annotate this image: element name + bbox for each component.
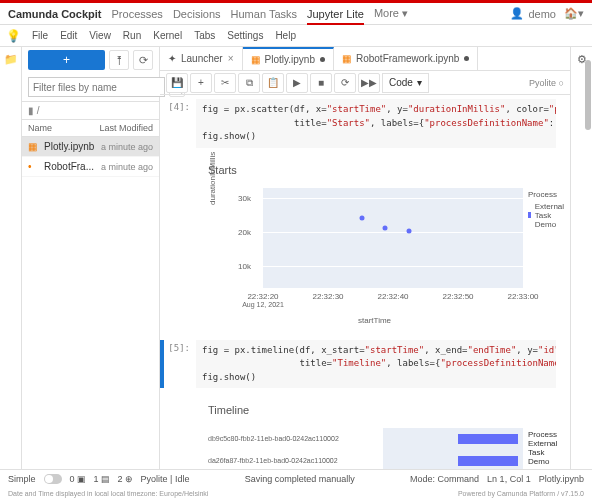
chart-title: Starts: [208, 164, 546, 176]
home-icon[interactable]: 🏠▾: [564, 7, 584, 20]
y-tick: 20k: [238, 227, 251, 236]
notebook-toolbar: 💾 + ✂ ⧉ 📋 ▶ ■ ⟳ ▶▶ Code ▾ Pyolite ○: [160, 71, 570, 95]
chart-legend[interactable]: Process External Task Demo: [528, 190, 567, 229]
file-row[interactable]: • RobotFra... a minute ago: [22, 157, 159, 177]
run-all-button[interactable]: ▶▶: [358, 73, 380, 93]
kernels-count[interactable]: 1 ▤: [94, 474, 110, 484]
folder-icon[interactable]: 📁: [4, 53, 18, 66]
refresh-icon[interactable]: ⟳: [133, 50, 153, 70]
cell-prompt: [5]:: [164, 340, 196, 389]
app-header: Camunda Cockpit Processes Decisions Huma…: [0, 3, 592, 25]
menu-settings[interactable]: Settings: [222, 28, 268, 43]
breadcrumb[interactable]: ▮ /: [22, 102, 159, 120]
user-menu[interactable]: 👤 demo: [510, 7, 556, 20]
data-point[interactable]: [406, 228, 411, 233]
editor-mode[interactable]: Mode: Command: [410, 474, 479, 484]
status-bar: Simple 0 ▣ 1 ▤ 2 ⊕ Pyolite | Idle Saving…: [0, 469, 592, 487]
dirty-dot-icon: [464, 56, 469, 61]
tab-label: RobotFramework.ipynb: [356, 53, 459, 64]
filter-input[interactable]: [28, 77, 165, 97]
celltype-select[interactable]: Code ▾: [382, 73, 429, 93]
main-area: ✦ Launcher × ▦ Plotly.ipynb ▦ RobotFrame…: [160, 47, 570, 477]
active-file: Plotly.ipynb: [539, 474, 584, 484]
y-tick: 10k: [238, 261, 251, 270]
kernel-status[interactable]: Pyolite | Idle: [141, 474, 190, 484]
close-icon[interactable]: ×: [228, 53, 234, 64]
file-row[interactable]: ▦ Plotly.ipynb a minute ago: [22, 137, 159, 157]
tab-launcher[interactable]: ✦ Launcher ×: [160, 47, 243, 70]
launcher-icon: ✦: [168, 53, 176, 64]
menu-run[interactable]: Run: [118, 28, 146, 43]
kernel-indicator[interactable]: Pyolite ○: [529, 78, 564, 88]
nav-jupyter-lite[interactable]: Jupyter Lite: [307, 8, 364, 20]
kernel-label: Pyolite: [529, 78, 556, 88]
menu-file[interactable]: File: [27, 28, 53, 43]
tab-plotly[interactable]: ▦ Plotly.ipynb: [243, 47, 334, 70]
menu-bar: 💡 File Edit View Run Kernel Tabs Setting…: [0, 25, 592, 47]
status-message: Saving completed manually: [197, 474, 402, 484]
add-cell-button[interactable]: +: [190, 73, 212, 93]
x-axis-label: startTime: [358, 316, 391, 325]
menu-edit[interactable]: Edit: [55, 28, 82, 43]
notebook-icon: ▦: [251, 54, 260, 65]
cursor-pos[interactable]: Ln 1, Col 1: [487, 474, 531, 484]
user-label: demo: [528, 8, 556, 20]
timeline-bar[interactable]: [458, 434, 518, 444]
col-name: Name: [28, 123, 99, 133]
x-tick: 22:32:40: [377, 292, 408, 301]
cell-code[interactable]: fig = px.timeline(df, x_start="startTime…: [196, 340, 556, 389]
new-launcher-button[interactable]: +: [28, 50, 105, 70]
x-tick: 22:32:30: [312, 292, 343, 301]
data-point[interactable]: [359, 215, 364, 220]
data-point[interactable]: [383, 225, 388, 230]
legend-title: Process: [528, 190, 567, 199]
timeline-bar[interactable]: [458, 456, 518, 466]
file-modified: a minute ago: [101, 142, 153, 152]
x-tick: 22:32:20 Aug 12, 2021: [242, 292, 284, 308]
output-cell: Timeline db9c5c80-fbb2-11eb-bad0-0242ac1…: [160, 394, 570, 477]
code-cell[interactable]: [4]: fig = px.scatter(df, x="startTime",…: [160, 99, 570, 148]
col-modified: Last Modified: [99, 123, 153, 133]
nav-more[interactable]: More ▾: [374, 7, 408, 20]
code-cell[interactable]: [5]: fig = px.timeline(df, x_start="star…: [160, 340, 570, 389]
notebook-body[interactable]: [4]: fig = px.scatter(df, x="startTime",…: [160, 95, 570, 477]
file-browser: + ⭱ ⟳ 🔍 ▮ / Name Last Modified ▦ Plotly.…: [22, 47, 160, 477]
chart-legend[interactable]: Process External Task Demo: [528, 430, 557, 466]
scatter-plot[interactable]: durationInMillis 30k 20k 10k: [208, 180, 546, 330]
consoles-count[interactable]: 2 ⊕: [118, 474, 133, 484]
stop-button[interactable]: ■: [310, 73, 332, 93]
chart-title: Timeline: [208, 404, 546, 416]
simple-toggle[interactable]: [44, 474, 62, 484]
y-tick: db9c5c80-fbb2-11eb-bad0-0242ac110002: [208, 435, 339, 442]
menu-help[interactable]: Help: [270, 28, 301, 43]
dirty-dot-icon: [320, 57, 325, 62]
nav-decisions[interactable]: Decisions: [173, 8, 221, 20]
menu-view[interactable]: View: [84, 28, 116, 43]
cut-button[interactable]: ✂: [214, 73, 236, 93]
cell-code[interactable]: fig = px.scatter(df, x="startTime", y="d…: [196, 99, 556, 148]
menu-kernel[interactable]: Kernel: [148, 28, 187, 43]
menu-tabs[interactable]: Tabs: [189, 28, 220, 43]
legend-swatch: [528, 212, 531, 218]
nav-human-tasks[interactable]: Human Tasks: [231, 8, 297, 20]
notebook-icon: ▦: [28, 141, 40, 152]
tab-label: Launcher: [181, 53, 223, 64]
copy-button[interactable]: ⧉: [238, 73, 260, 93]
paste-button[interactable]: 📋: [262, 73, 284, 93]
upload-icon[interactable]: ⭱: [109, 50, 129, 70]
legend-item: External Task Demo: [535, 202, 568, 229]
timezone-info: Date and Time displayed in local local t…: [8, 490, 208, 497]
notebook-icon: ▦: [342, 53, 351, 64]
simple-label: Simple: [8, 474, 36, 484]
restart-button[interactable]: ⟳: [334, 73, 356, 93]
bulb-icon[interactable]: 💡: [6, 29, 21, 43]
tab-robot[interactable]: ▦ RobotFramework.ipynb: [334, 47, 478, 70]
run-button[interactable]: ▶: [286, 73, 308, 93]
user-icon: 👤: [510, 7, 524, 20]
save-button[interactable]: 💾: [166, 73, 188, 93]
x-tick: 22:33:00: [507, 292, 538, 301]
x-tick: 22:32:50: [442, 292, 473, 301]
y-axis-label: durationInMillis: [208, 151, 217, 204]
nav-processes[interactable]: Processes: [112, 8, 163, 20]
terminals-count[interactable]: 0 ▣: [70, 474, 86, 484]
